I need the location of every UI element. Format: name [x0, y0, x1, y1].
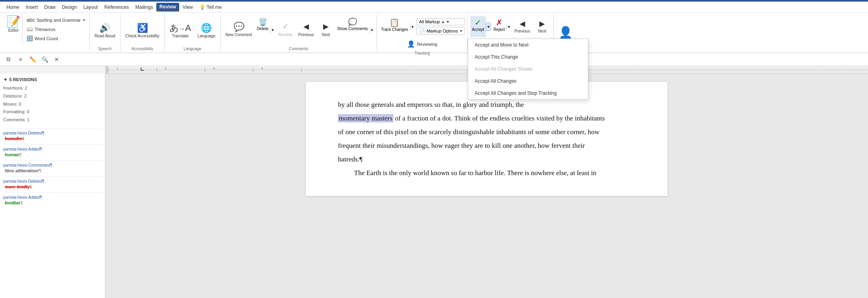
track-changes-button[interactable]: 📋 Track Changes	[379, 16, 409, 37]
show-comments-label: Show Comments	[337, 27, 368, 31]
delete-button[interactable]: 🗑️ Delete	[255, 16, 270, 43]
formatting-stat: Formatting: 0	[3, 108, 102, 116]
sidebar-title: ▼ 5 REVISIONS	[3, 77, 102, 82]
paragraph-3: of one corner of this pixel on the scarc…	[338, 125, 635, 139]
thesaurus-button[interactable]: 📖 Thesaurus	[25, 25, 87, 33]
delete-dropdown-arrow[interactable]: ▾	[270, 26, 275, 34]
menu-bar: Home Insert Draw Design Layout Reference…	[0, 2, 868, 13]
svg-text:2: 2	[165, 67, 167, 70]
menu-mailings[interactable]: Mailings	[132, 3, 156, 11]
lightbulb-icon: 💡	[199, 4, 205, 10]
menu-draw[interactable]: Draw	[41, 3, 59, 11]
previous-comment-button[interactable]: ◀ Previous	[296, 16, 316, 43]
language-icon: 🌐	[201, 24, 212, 33]
menu-home[interactable]: Home	[3, 3, 23, 11]
revision-text-4: more kindly¶	[3, 184, 102, 189]
markup-options-button[interactable]: 📄 Markup Options ▾	[416, 27, 465, 35]
moves-stat: Moves: 0	[3, 100, 102, 108]
paragraph-4-text: frequent their misunderstandings, how ea…	[338, 142, 585, 149]
ribbon-group-comments: 💬 New Comment 🗑️ Delete ▾ ✓ Resolve ◀ Pr…	[221, 14, 377, 51]
menu-insert[interactable]: Insert	[23, 3, 41, 11]
read-aloud-label: Read Aloud	[94, 33, 115, 39]
paragraph-1: by all those generals and emperors so th…	[338, 98, 635, 112]
editor-icon: 📝	[6, 16, 20, 27]
proofing-label	[5, 50, 868, 51]
language-button[interactable]: 🌐 Language	[195, 17, 218, 45]
next-change-label: Next	[538, 29, 547, 34]
accept-move-next-item[interactable]: Accept and Move to Next	[468, 39, 588, 51]
proofing-items: abc Spelling and Grammar ▾ 📖 Thesaurus 🔢…	[22, 14, 87, 44]
ribbon-group-editor: 📝 Editor abc Spelling and Grammar ▾ 📖 Th…	[2, 14, 90, 51]
translate-button[interactable]: あ→A Translate	[167, 17, 194, 45]
resolve-button[interactable]: ✓ Resolve	[276, 16, 295, 43]
markup-value-label: All Markup	[419, 19, 440, 24]
revision-author-1: pamela·hines·Deleted¶	[3, 131, 102, 135]
document-content-area: by all those generals and emperors so th…	[105, 74, 868, 298]
next-comment-button[interactable]: ▶ Next	[317, 16, 335, 43]
accept-button[interactable]: ✓ Accept	[470, 16, 486, 37]
word-count-label: Word Count	[35, 36, 58, 41]
spelling-grammar-button[interactable]: abc Spelling and Grammar ▾	[25, 16, 87, 24]
accept-this-change-item[interactable]: Accept This Change	[468, 51, 588, 63]
reviewing-button[interactable]: 👤 Reviewing	[379, 39, 465, 50]
menu-view[interactable]: View	[179, 3, 196, 11]
track-changes-group: 📋 Track Changes ▾	[379, 16, 414, 37]
accept-all-changes-item[interactable]: Accept All Changes	[468, 75, 588, 87]
deletions-stat: Deletions: 2	[3, 92, 102, 100]
paragraph-4: frequent their misunderstandings, how ea…	[338, 139, 635, 153]
word-count-icon: 🔢	[27, 35, 33, 41]
accept-icon: ✓	[475, 18, 481, 27]
menu-tellme[interactable]: 💡 Tell me	[196, 3, 225, 11]
revision-item-3[interactable]: pamela·hines·Commented¶ Nice alliteratio…	[3, 160, 102, 173]
revisions-triangle[interactable]: ▼	[3, 77, 8, 82]
revision-item-1[interactable]: pamela·hines·Deleted¶ humafin¶	[3, 128, 102, 141]
track-changes-label: Track Changes	[381, 27, 408, 32]
show-comments-button[interactable]: 💭 Show Comments	[336, 16, 369, 43]
tab-stop-indicator	[141, 67, 144, 71]
next-change-button[interactable]: ▶ Next	[533, 16, 551, 37]
accept-all-stop-item[interactable]: Accept All Changes and Stop Tracking	[468, 87, 588, 99]
new-comment-button[interactable]: 💬 New Comment	[223, 16, 254, 43]
revision-item-5[interactable]: pamela·hines·Added¶ kindlier¶	[3, 192, 102, 205]
svg-text:1: 1	[117, 67, 119, 70]
check-accessibility-button[interactable]: ♿ Check Accessibility	[123, 17, 162, 45]
track-changes-dropdown-arrow[interactable]: ▾	[410, 23, 415, 31]
spelling-dropdown-arrow: ▾	[83, 18, 85, 22]
revision-text-5: kindlier¶	[3, 200, 102, 205]
menu-references[interactable]: References	[101, 3, 132, 11]
editor-button[interactable]: 📝 Editor	[5, 14, 22, 34]
all-markup-select[interactable]: All Markup ▲ ▼	[416, 18, 465, 25]
copy-toolbar-button[interactable]: ⧉	[3, 54, 14, 65]
search-icon: 🔍	[41, 56, 48, 63]
prev-change-icon: ◀	[520, 19, 525, 29]
menu-layout[interactable]: Layout	[80, 3, 101, 11]
previous-change-button[interactable]: ◀ Previous	[512, 16, 532, 37]
revision-item-4[interactable]: pamela·hines·Deleted¶ more kindly¶	[3, 176, 102, 189]
show-comments-icon: 💭	[348, 18, 357, 27]
word-count-button[interactable]: 🔢 Word Count	[25, 35, 87, 42]
menu-design[interactable]: Design	[59, 3, 80, 11]
search-toolbar-button[interactable]: 🔍	[39, 54, 50, 65]
read-aloud-button[interactable]: 🔊 Read Aloud	[92, 17, 118, 45]
list-toolbar-button[interactable]: ≡	[15, 54, 26, 65]
language-label: Language	[197, 33, 215, 39]
reject-button[interactable]: ✗ Reject	[492, 16, 506, 37]
reject-icon: ✗	[496, 18, 503, 27]
close-toolbar-button[interactable]: ✕	[51, 54, 62, 65]
menu-review[interactable]: Review	[156, 3, 179, 12]
paragraph-5-text: hatreds.¶	[338, 155, 362, 163]
revision-item-2[interactable]: pamela·hines·Added¶ human¶	[3, 144, 102, 157]
reject-dropdown-arrow[interactable]: ▾	[506, 23, 511, 31]
accept-dropdown-arrow[interactable]: ▾	[486, 22, 491, 31]
thesaurus-label: Thesaurus	[35, 27, 55, 32]
previous-change-label: Previous	[514, 29, 530, 34]
revision-text-3: Nice alliteration!¶	[3, 168, 102, 173]
show-comments-dropdown-arrow[interactable]: ▾	[369, 26, 374, 34]
reviewing-label: Reviewing	[417, 41, 437, 47]
accept-dropdown-menu: Accept and Move to Next Accept This Chan…	[468, 39, 588, 100]
delete-icon: 🗑️	[258, 18, 267, 27]
edit-toolbar-button[interactable]: ✏️	[27, 54, 38, 65]
new-comment-label: New Comment	[225, 32, 252, 37]
markup-down-arrow: ▼	[446, 20, 450, 24]
next-icon: ▶	[323, 22, 329, 31]
